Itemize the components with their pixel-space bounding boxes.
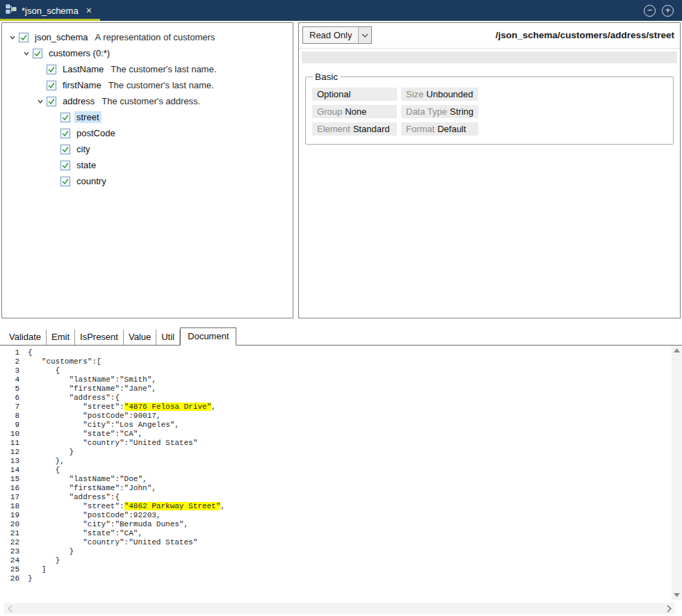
tab-value[interactable]: Value xyxy=(124,330,156,345)
code-text: "firstName":"Jane", xyxy=(28,384,156,393)
scroll-left-icon[interactable] xyxy=(8,605,13,613)
code-line: "street":"4876 Felosa Drive", xyxy=(28,403,672,412)
read-only-dropdown-value: Read Only xyxy=(303,27,358,43)
code-text: { xyxy=(28,466,60,474)
chevron-down-icon[interactable] xyxy=(34,98,46,105)
property-value: String xyxy=(450,106,473,117)
node-label[interactable]: LastName xyxy=(60,63,106,75)
code-text: } xyxy=(28,556,60,565)
highlighted-text: "4876 Felosa Drive" xyxy=(124,403,211,411)
line-number: 23 xyxy=(0,547,19,556)
tab-validate[interactable]: Validate xyxy=(4,330,47,345)
code-text: ] xyxy=(28,565,46,574)
node-label[interactable]: country xyxy=(74,175,108,187)
code-line: } xyxy=(28,556,672,565)
schema-document-icon xyxy=(6,4,17,17)
code-text: { xyxy=(28,366,60,375)
document-tab-json-schema[interactable]: *json_schema × xyxy=(0,0,100,21)
read-only-dropdown[interactable]: Read Only xyxy=(302,26,372,44)
code-line: "postCode":90017, xyxy=(28,412,672,421)
property-format: FormatDefault xyxy=(401,122,478,136)
tree-item-customers-0[interactable]: customers (0:*) xyxy=(2,45,293,61)
tree-item-city[interactable]: city xyxy=(2,141,293,157)
scroll-right-icon[interactable] xyxy=(667,605,672,613)
node-label[interactable]: city xyxy=(74,143,92,155)
code-text: "postCode":90017, xyxy=(28,412,161,420)
line-number: 20 xyxy=(0,520,19,529)
chevron-down-icon[interactable] xyxy=(358,27,371,43)
code-text: "country":"United States" xyxy=(28,439,197,447)
tree-item-state[interactable]: state xyxy=(2,157,293,173)
tree-item-address[interactable]: addressThe customer's address. xyxy=(2,93,293,109)
property-label: Element xyxy=(317,124,350,134)
line-number: 6 xyxy=(0,394,19,403)
element-checkbox-icon xyxy=(60,177,71,186)
node-label[interactable]: postCode xyxy=(74,127,117,139)
node-label[interactable]: state xyxy=(74,159,98,171)
tree-item-firstname[interactable]: firstNameThe customer's last name. xyxy=(2,77,293,93)
line-number: 12 xyxy=(0,448,19,457)
line-number: 15 xyxy=(0,475,19,484)
horizontal-scrollbar[interactable] xyxy=(4,603,675,614)
tree-item-country[interactable]: country xyxy=(2,173,293,189)
code-line: { xyxy=(28,348,672,357)
titlebar: *json_schema × − + xyxy=(0,0,682,21)
code-editor-area[interactable]: { "customers":[ { "lastName":"Smith", "f… xyxy=(24,346,672,600)
line-number: 22 xyxy=(0,538,19,547)
basic-group-title: Basic xyxy=(313,72,340,82)
node-label[interactable]: json_schema xyxy=(33,31,90,43)
property-value: Default xyxy=(437,124,466,134)
property-data-type: Data TypeString xyxy=(401,105,478,118)
properties-header: Read Only /json_schema/customers/address… xyxy=(299,23,680,49)
tab-document[interactable]: Document xyxy=(180,327,236,346)
scroll-down-icon[interactable] xyxy=(674,593,680,597)
circle-plus-icon[interactable]: + xyxy=(662,5,674,17)
code-text: }, xyxy=(28,457,65,465)
code-line: "city":"Bermuda Dunes", xyxy=(28,520,672,529)
tree-item-json-schema[interactable]: json_schemaA representation of customers xyxy=(2,29,293,45)
node-label[interactable]: firstName xyxy=(60,79,104,91)
tab-close-icon[interactable]: × xyxy=(86,5,92,16)
node-description: The customer's last name. xyxy=(111,64,216,74)
tree-item-postcode[interactable]: postCode xyxy=(2,125,293,141)
line-number: 1 xyxy=(0,348,19,357)
element-checkbox-icon xyxy=(60,113,71,122)
code-text: "city":"Los Angeles", xyxy=(28,421,179,429)
line-number: 17 xyxy=(0,493,19,502)
node-label[interactable]: street xyxy=(74,111,102,123)
code-text: "firstName":"John", xyxy=(28,484,156,492)
schema-tree-panel: json_schemaA representation of customers… xyxy=(1,22,293,318)
basic-properties-group: Basic OptionalSizeUnboundedGroupNoneData… xyxy=(305,72,674,145)
circle-minus-icon[interactable]: − xyxy=(644,5,656,17)
property-optional: Optional xyxy=(312,88,397,101)
vertical-scrollbar[interactable] xyxy=(672,346,682,600)
scroll-up-icon[interactable] xyxy=(674,348,680,352)
node-label[interactable]: customers (0:*) xyxy=(47,47,112,59)
code-line: } xyxy=(28,547,672,556)
code-line: } xyxy=(28,574,672,583)
tab-ispresent[interactable]: IsPresent xyxy=(75,330,124,345)
code-line: { xyxy=(28,366,672,375)
property-size: SizeUnbounded xyxy=(401,88,478,101)
code-text: "state":"CA", xyxy=(28,529,143,537)
tree-item-lastname[interactable]: LastNameThe customer's last name. xyxy=(2,61,293,77)
tree-item-street[interactable]: street xyxy=(2,109,293,125)
chevron-down-icon[interactable] xyxy=(6,34,18,41)
line-number: 4 xyxy=(0,375,19,384)
tab-emit[interactable]: Emit xyxy=(47,330,75,345)
node-description: The customer's last name. xyxy=(108,80,214,90)
property-label: Format xyxy=(406,124,435,134)
line-number: 16 xyxy=(0,484,19,493)
code-text: "state":"CA", xyxy=(28,430,143,438)
code-line: "state":"CA", xyxy=(28,529,672,538)
code-line: "street":"4862 Parkway Street", xyxy=(28,502,672,511)
property-value: None xyxy=(345,106,366,117)
main-split: json_schemaA representation of customers… xyxy=(0,21,682,320)
code-text: "country":"United States" xyxy=(28,538,197,546)
line-number: 11 xyxy=(0,439,19,448)
code-text: } xyxy=(28,547,74,556)
tab-util[interactable]: Util xyxy=(156,330,180,345)
node-label[interactable]: address xyxy=(60,95,97,107)
line-number: 13 xyxy=(0,457,19,466)
chevron-down-icon[interactable] xyxy=(20,50,32,57)
